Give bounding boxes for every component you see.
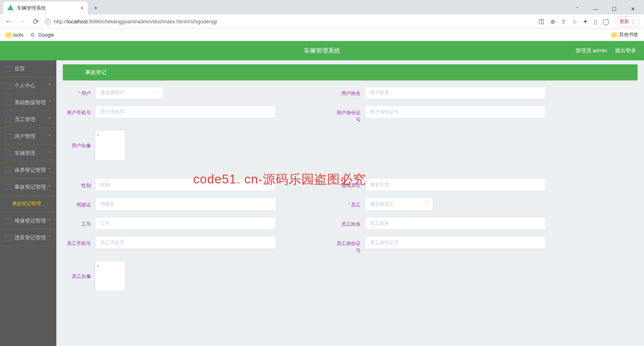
dropdown-icon[interactable]: ˅ <box>572 6 583 12</box>
star-icon[interactable]: ☆ <box>572 18 577 25</box>
sidebar-item-home[interactable]: 首页 <box>0 60 56 77</box>
sidebar-item-basic[interactable]: 基础数据管理˅ <box>0 94 56 111</box>
chevron-down-icon: ˅ <box>426 202 428 206</box>
menu-icon <box>6 167 11 173</box>
panel-icon[interactable]: ▯ <box>594 18 597 25</box>
menu-icon <box>6 100 11 105</box>
menu-icon <box>6 184 11 190</box>
admin-label[interactable]: 管理员 admin <box>576 47 607 54</box>
folder-icon <box>611 33 617 37</box>
browser-tab-bar: 车辆管理系统 × + ˅ — ☐ ✕ <box>0 0 644 14</box>
folder-icon <box>6 33 11 37</box>
info-icon[interactable]: i <box>45 19 51 25</box>
sidebar-item-maintenance[interactable]: 保养登记管理˅ <box>0 162 56 179</box>
bookmark-google[interactable]: GGoogle <box>31 32 54 38</box>
staff-select[interactable]: 请选择员工˅ <box>365 198 433 210</box>
logout-button[interactable]: 退出登录 <box>615 47 636 54</box>
app-title: 车辆管理系统 <box>304 47 340 55</box>
staff-idcard-input[interactable]: 员工身份证号 <box>365 236 546 249</box>
sidebar-sub-accident[interactable]: 事故登记管理 <box>0 196 56 212</box>
menu-icon <box>6 150 11 156</box>
sidebar-item-repair[interactable]: 维修登记管理˅ <box>0 212 56 229</box>
google-icon: G <box>31 32 36 38</box>
sidebar: 首页 个人中心˅ 基础数据管理˅ 员工管理˅ 用户管理˅ 车辆管理˅ 保养登记管… <box>0 60 56 346</box>
new-tab-button[interactable]: + <box>90 2 101 14</box>
accident-form: *用户请选择用户˅ 用户姓名用户姓名 用户手机号用户手机号 用户身份证号用户身份… <box>63 80 638 303</box>
url-input[interactable]: i http://localhost:8080/cheliangguanli/a… <box>45 19 534 25</box>
user-select[interactable]: 请选择用户˅ <box>95 86 163 99</box>
zoom-icon[interactable]: ⊕ <box>550 18 555 25</box>
menu-icon <box>6 218 11 224</box>
bookmark-other[interactable]: 其他书签 <box>611 31 638 38</box>
bookmarks-bar: tools GGoogle 其他书签 <box>0 29 644 41</box>
user-avatar-upload[interactable]: ▫ <box>95 130 126 161</box>
menu-icon <box>6 117 11 122</box>
staff-no-input[interactable]: 工号 <box>95 217 276 230</box>
close-icon[interactable]: × <box>80 5 84 11</box>
user-idcard-input[interactable]: 用户身份证号 <box>365 105 546 118</box>
address-bar: ← → ⟳ i http://localhost:8080/chelianggu… <box>0 14 644 29</box>
app-header: 车辆管理系统 管理员 admin 退出登录 <box>0 41 644 60</box>
user-phone-input[interactable]: 用户手机号 <box>95 105 276 118</box>
staff-name-input[interactable]: 员工姓名 <box>365 217 546 230</box>
browser-tab[interactable]: 车辆管理系统 × <box>3 2 88 14</box>
menu-icon <box>6 83 11 89</box>
window-controls: ˅ — ☐ ✕ <box>572 6 644 14</box>
user-name-input[interactable]: 用户姓名 <box>365 86 546 99</box>
sidebar-item-vehicle[interactable]: 车辆管理˅ <box>0 145 56 162</box>
key-icon[interactable]: ⚿ <box>539 18 545 25</box>
reload-icon[interactable]: ⟳ <box>31 17 40 26</box>
minimize-icon[interactable]: — <box>590 6 601 12</box>
extensions-icon[interactable]: ✦ <box>583 18 588 25</box>
menu-icon <box>6 66 11 72</box>
close-window-icon[interactable]: ✕ <box>627 6 638 12</box>
gender-input[interactable]: 性别 <box>95 178 276 191</box>
update-button[interactable]: 更新 ⋮ <box>615 16 640 27</box>
broken-image-icon: ▫ <box>97 132 99 138</box>
content-area: 事故登记 *用户请选择用户˅ 用户姓名用户姓名 用户手机号用户手机号 用户身份证… <box>56 60 644 346</box>
tab-title: 车辆管理系统 <box>17 5 46 12</box>
menu-icon <box>6 134 11 139</box>
sidebar-item-profile[interactable]: 个人中心˅ <box>0 77 56 94</box>
staff-phone-input[interactable]: 员工手机号 <box>95 236 276 249</box>
sidebar-item-user[interactable]: 用户管理˅ <box>0 128 56 145</box>
sidebar-item-violation[interactable]: 违章登记管理˅ <box>0 229 56 246</box>
license-input[interactable]: 驾驶证 <box>95 198 276 210</box>
share-icon[interactable]: ⇪ <box>561 18 566 25</box>
vue-favicon <box>7 5 14 11</box>
sidebar-item-accident[interactable]: 事故登记管理˄ <box>0 179 56 196</box>
forward-icon[interactable]: → <box>18 17 27 26</box>
maximize-icon[interactable]: ☐ <box>609 6 620 12</box>
staff-avatar-upload[interactable]: ▫ <box>95 261 126 291</box>
profile-icon[interactable]: ◯ <box>603 18 609 25</box>
menu-icon <box>6 235 11 241</box>
chevron-down-icon: ˅ <box>156 91 158 95</box>
broken-image-icon: ▫ <box>97 263 99 269</box>
sidebar-item-staff[interactable]: 员工管理˅ <box>0 111 56 128</box>
back-icon[interactable]: ← <box>4 17 13 26</box>
bookmark-tools[interactable]: tools <box>6 32 23 38</box>
car-type-input[interactable]: 准驾车型 <box>365 178 546 191</box>
panel-title: 事故登记 <box>63 64 638 80</box>
